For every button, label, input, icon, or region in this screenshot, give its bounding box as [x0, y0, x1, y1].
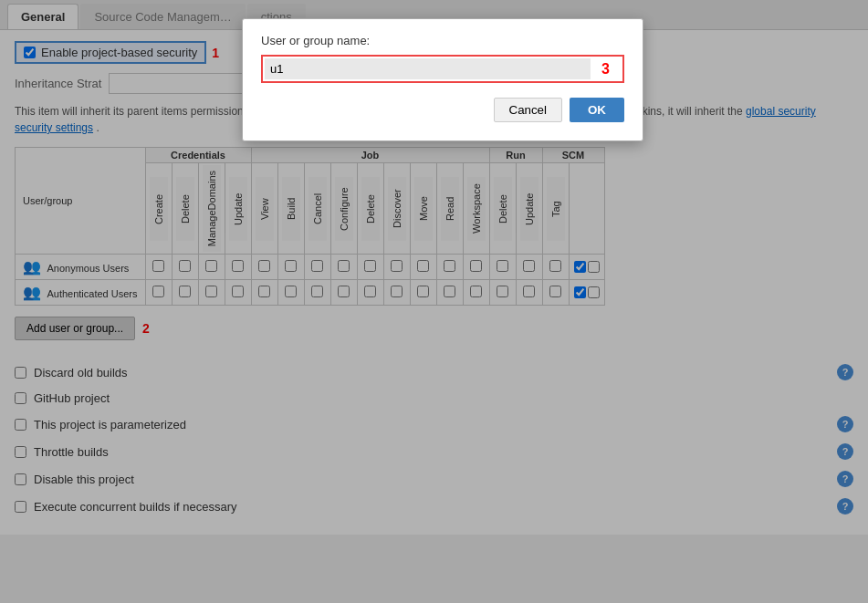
modal-input-row: 3: [261, 55, 624, 83]
modal-user-group-input[interactable]: [265, 58, 591, 79]
modal-step-number: 3: [591, 61, 621, 78]
modal-label: User or group name:: [261, 34, 624, 47]
modal-overlay: User or group name: 3 Cancel OK: [0, 0, 868, 603]
modal-ok-button[interactable]: OK: [570, 98, 624, 122]
modal-buttons: Cancel OK: [261, 98, 624, 122]
modal-dialog: User or group name: 3 Cancel OK: [242, 18, 643, 141]
modal-cancel-button[interactable]: Cancel: [494, 98, 563, 122]
